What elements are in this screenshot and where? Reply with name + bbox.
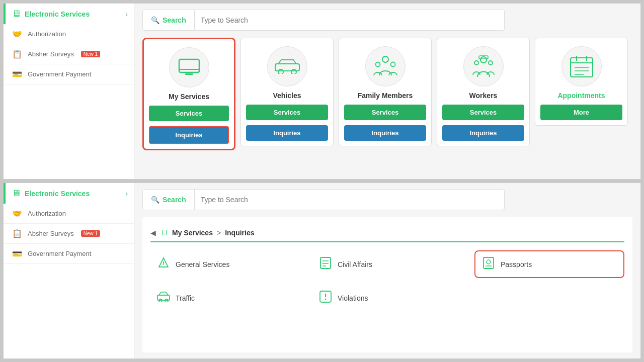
family-members-title: Family Members bbox=[358, 92, 413, 100]
workers-services-btn[interactable]: Services bbox=[442, 105, 524, 120]
card-family-members: Family Members Services Inquiries bbox=[339, 38, 432, 146]
svg-point-21 bbox=[163, 263, 165, 265]
family-members-services-btn[interactable]: Services bbox=[344, 105, 426, 120]
svg-rect-0 bbox=[179, 59, 199, 72]
svg-point-8 bbox=[390, 62, 395, 67]
bottom-sidebar-item-payment-label: Government Payment bbox=[28, 250, 91, 257]
bottom-search-icon: 🔍 bbox=[151, 196, 159, 204]
top-search-input[interactable] bbox=[195, 16, 504, 24]
top-cards-row: My Services Services Inquiries Vehicles … bbox=[142, 38, 632, 173]
bottom-sidebar-header[interactable]: 🖥 Electronic Services › bbox=[4, 183, 134, 204]
bottom-sidebar: 🖥 Electronic Services › 🤝 Authorization … bbox=[4, 183, 134, 358]
inquiry-item-passports[interactable]: Passports bbox=[474, 250, 624, 278]
svg-point-35 bbox=[325, 299, 327, 300]
svg-rect-1 bbox=[185, 73, 193, 75]
svg-point-6 bbox=[382, 56, 388, 62]
bottom-search-input[interactable] bbox=[195, 196, 504, 204]
sidebar-item-surveys-label: Absher Surveys bbox=[28, 50, 74, 58]
bottom-content-area: ◀ 🖥 My Services > Inquiries Gen bbox=[142, 217, 632, 352]
vehicles-inquiries-btn[interactable]: Inquiries bbox=[246, 125, 328, 141]
sidebar-item-payment[interactable]: 💳 Government Payment bbox=[4, 64, 134, 84]
bottom-authorization-icon: 🤝 bbox=[12, 209, 23, 218]
bottom-search-label: Search bbox=[163, 196, 186, 204]
inquiry-item-traffic[interactable]: Traffic bbox=[150, 285, 300, 311]
breadcrumb: ◀ 🖥 My Services > Inquiries bbox=[150, 223, 624, 242]
bottom-sidebar-header-label: Electronic Services bbox=[25, 190, 121, 198]
breadcrumb-parent-icon: 🖥 bbox=[160, 228, 168, 237]
civil-affairs-icon bbox=[318, 256, 333, 272]
general-services-icon bbox=[156, 257, 171, 272]
electronic-services-icon: 🖥 bbox=[12, 9, 21, 19]
bottom-sidebar-item-authorization[interactable]: 🤝 Authorization bbox=[4, 204, 134, 224]
top-main: 🔍 Search My Services Services Inquiries bbox=[134, 4, 640, 179]
appointments-icon bbox=[561, 46, 602, 86]
appointments-title: Appointments bbox=[557, 92, 605, 100]
inquiry-item-traffic-label: Traffic bbox=[176, 294, 195, 302]
passports-icon bbox=[481, 256, 496, 272]
svg-point-4 bbox=[278, 69, 283, 74]
breadcrumb-back-icon[interactable]: ◀ bbox=[150, 229, 156, 237]
bottom-sidebar-item-surveys-label: Absher Surveys bbox=[28, 230, 74, 237]
breadcrumb-parent-label[interactable]: My Services bbox=[172, 229, 213, 237]
svg-point-11 bbox=[474, 61, 478, 65]
payment-icon: 💳 bbox=[12, 69, 23, 79]
svg-point-12 bbox=[489, 61, 493, 65]
vehicles-title: Vehicles bbox=[273, 92, 301, 100]
top-panel: 🖥 Electronic Services › 🤝 Authorization … bbox=[3, 3, 641, 179]
vehicles-services-btn[interactable]: Services bbox=[246, 105, 328, 120]
svg-point-28 bbox=[487, 260, 491, 264]
family-members-icon bbox=[365, 46, 406, 86]
workers-icon bbox=[463, 46, 504, 86]
my-services-services-btn[interactable]: Services bbox=[149, 106, 229, 121]
inquiry-grid: General Services Civil Affairs bbox=[150, 250, 624, 311]
family-members-inquiries-btn[interactable]: Inquiries bbox=[344, 125, 426, 141]
bottom-sidebar-item-authorization-label: Authorization bbox=[28, 210, 66, 217]
sidebar-item-surveys[interactable]: 📋 Absher Surveys New 1 bbox=[4, 44, 134, 64]
bottom-electronic-services-icon: 🖥 bbox=[12, 188, 21, 199]
card-my-services: My Services Services Inquiries bbox=[142, 38, 235, 150]
workers-title: Workers bbox=[469, 92, 498, 100]
svg-point-9 bbox=[480, 57, 487, 63]
bottom-sidebar-item-surveys[interactable]: 📋 Absher Surveys New 1 bbox=[4, 224, 134, 244]
bottom-sidebar-item-payment[interactable]: 💳 Government Payment bbox=[4, 244, 134, 264]
my-services-title: My Services bbox=[169, 93, 209, 101]
my-services-inquiries-btn[interactable]: Inquiries bbox=[149, 126, 229, 144]
top-sidebar-arrow-icon: › bbox=[125, 10, 128, 18]
authorization-icon: 🤝 bbox=[12, 29, 23, 39]
card-workers: Workers Services Inquiries bbox=[437, 38, 530, 146]
bottom-payment-icon: 💳 bbox=[12, 249, 23, 258]
top-sidebar: 🖥 Electronic Services › 🤝 Authorization … bbox=[4, 4, 134, 179]
svg-point-32 bbox=[165, 299, 168, 302]
svg-rect-23 bbox=[320, 257, 331, 268]
inquiry-item-violations[interactable]: Violations bbox=[312, 285, 462, 311]
bottom-search-button[interactable]: 🔍 Search bbox=[143, 190, 195, 210]
inquiry-item-general-services[interactable]: General Services bbox=[150, 250, 300, 278]
surveys-badge: New 1 bbox=[81, 51, 100, 57]
inquiry-item-general-services-label: General Services bbox=[176, 260, 229, 268]
top-search-button[interactable]: 🔍 Search bbox=[143, 10, 195, 30]
bottom-surveys-icon: 📋 bbox=[12, 229, 23, 238]
inquiry-item-violations-label: Violations bbox=[338, 294, 368, 302]
sidebar-item-authorization-label: Authorization bbox=[28, 30, 66, 38]
bottom-search-bar: 🔍 Search bbox=[142, 189, 505, 210]
bottom-panel: 🖥 Electronic Services › 🤝 Authorization … bbox=[3, 183, 641, 359]
svg-rect-27 bbox=[484, 257, 494, 268]
workers-inquiries-btn[interactable]: Inquiries bbox=[442, 125, 524, 141]
card-appointments: Appointments More bbox=[535, 38, 628, 126]
inquiry-item-civil-affairs-label: Civil Affairs bbox=[338, 260, 372, 268]
inquiry-item-civil-affairs[interactable]: Civil Affairs bbox=[312, 250, 462, 278]
search-icon: 🔍 bbox=[151, 16, 159, 24]
inquiry-item-passports-label: Passports bbox=[501, 260, 532, 268]
vehicles-icon bbox=[267, 46, 307, 86]
traffic-icon bbox=[156, 291, 171, 305]
bottom-sidebar-arrow-icon: › bbox=[125, 190, 128, 198]
top-sidebar-header-label: Electronic Services bbox=[25, 10, 121, 18]
top-search-label: Search bbox=[163, 16, 186, 24]
svg-point-7 bbox=[375, 62, 380, 67]
breadcrumb-separator: > bbox=[217, 229, 221, 237]
sidebar-item-authorization[interactable]: 🤝 Authorization bbox=[4, 24, 134, 44]
violations-icon bbox=[318, 290, 333, 306]
top-search-bar: 🔍 Search bbox=[142, 10, 505, 31]
top-sidebar-header[interactable]: 🖥 Electronic Services › bbox=[4, 4, 134, 24]
appointments-more-btn[interactable]: More bbox=[540, 105, 622, 120]
